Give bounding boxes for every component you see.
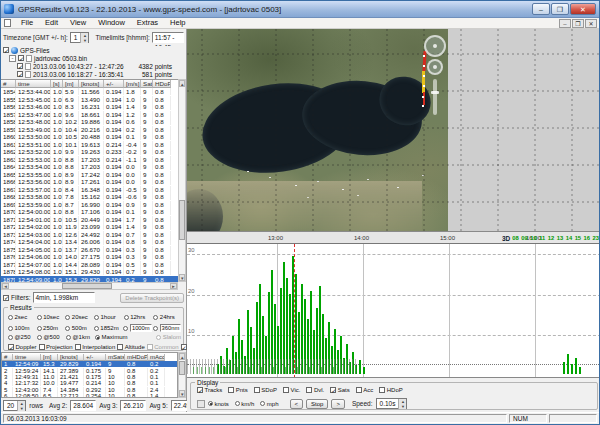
trackpoint-row[interactable]: 186012:53:50.0001.010.520.4880.1940.190.…	[1, 133, 178, 141]
mdi-minimize-button[interactable]: –	[559, 19, 571, 28]
map-zoom-knob[interactable]	[431, 91, 439, 94]
radio-250[interactable]: @250	[8, 334, 37, 340]
scroll-down-icon[interactable]: ▼	[179, 390, 185, 397]
result-row[interactable]: 312:49:3111.021.4210.175100.80.1	[2, 374, 177, 380]
radio-360nm[interactable]: 360nm	[153, 324, 181, 332]
session-checkbox[interactable]	[17, 63, 23, 69]
checkbox-common[interactable]: Common	[147, 344, 179, 350]
menu-item-file[interactable]: File	[15, 18, 39, 28]
tree-file-checkbox[interactable]	[18, 55, 24, 61]
step-back-button[interactable]: <	[290, 399, 304, 409]
hour-11[interactable]: 11	[539, 235, 545, 241]
hour-10[interactable]: 10	[530, 235, 536, 241]
radio-12hrs[interactable]: 12hrs	[124, 314, 154, 320]
trackpoint-row[interactable]: 186312:53:53.0001.08.817.2030.214-1.190.…	[1, 156, 178, 164]
checkbox-projection[interactable]: Projection	[39, 344, 73, 350]
trackpoint-row[interactable]: 185612:53:46.0001.08.316.2310.1941.490.8	[1, 103, 178, 111]
radio-1852m[interactable]: 1852m	[94, 325, 124, 331]
radio-10sec[interactable]: 10sec	[37, 314, 66, 320]
option-input-1000m[interactable]: 1000m	[130, 324, 152, 332]
tree-session-row-2[interactable]: 2013.03.06 16:18:27 - 16:35:41581 points	[1, 70, 178, 78]
trackpoint-row[interactable]: 186712:53:57.0001.08.416.3480.194-0.590.…	[1, 186, 178, 194]
checkbox-interpolation[interactable]: Interpolation	[75, 344, 116, 350]
trackpoint-row[interactable]: 186512:53:55.0001.08.917.2420.1940.090.8	[1, 171, 178, 179]
hour-14[interactable]: 14	[566, 235, 572, 241]
trackpoint-row[interactable]: 186612:53:56.0001.08.917.2610.1940.090.8	[1, 178, 178, 186]
stop-button[interactable]: Stop	[306, 399, 328, 409]
trackpoint-row[interactable]: 187212:54:02.0001.011.923.0990.1941.490.…	[1, 223, 178, 231]
trackpoint-row[interactable]: 186912:53:59.0001.08.716.9900.1940.990.8	[1, 201, 178, 209]
checkbox-acc[interactable]: Acc	[356, 387, 374, 393]
speed-graph[interactable]: 302010	[187, 244, 600, 378]
radio-unit-mph[interactable]: mph	[260, 401, 278, 407]
trackpoint-row[interactable]: 185712:53:47.0001.09.618.6610.1941.290.8	[1, 111, 178, 119]
step-forward-button[interactable]: >	[331, 399, 345, 409]
results-vscroll-thumb[interactable]	[179, 361, 185, 375]
menu-item-help[interactable]: Help	[164, 18, 191, 28]
timezone-spinner[interactable]: 1 ▲▼	[70, 32, 90, 43]
result-row[interactable]: 112:54:0915.329.8290.19490.80.2	[2, 361, 177, 367]
menu-item-edit[interactable]: Edit	[39, 18, 64, 28]
map-zoom-slider[interactable]	[433, 79, 437, 115]
radio-unit-knots[interactable]: knots	[208, 401, 229, 407]
checkbox-pnts[interactable]: Pnts	[228, 387, 248, 393]
trackpoint-row[interactable]: 185812:53:48.0001.010.219.8860.1940.690.…	[1, 118, 178, 126]
radio-slalom[interactable]: Slalom	[156, 334, 181, 340]
trackpoint-row[interactable]: 187412:54:04.0001.013.426.0060.1940.890.…	[1, 238, 178, 246]
3d-toggle[interactable]: 3D	[502, 235, 510, 242]
checkbox-sats[interactable]: Sats	[330, 387, 350, 393]
result-row[interactable]: 612:08:506.512.7130.254100.81.4	[2, 393, 177, 398]
panel-grip[interactable]	[197, 400, 205, 408]
menu-item-extras[interactable]: Extras	[131, 18, 164, 28]
scroll-right-icon[interactable]: ►	[170, 283, 177, 289]
checkbox-doppler[interactable]: Doppler	[8, 344, 37, 350]
rows-spinner-arrows[interactable]: ▲▼	[17, 401, 25, 411]
tree-session-row-1[interactable]: 2013.03.06 10:43:27 - 12:47:264382 point…	[1, 62, 178, 70]
result-row[interactable]: 212:59:2414.127.3890.17590.80.2	[2, 367, 177, 373]
checkbox-hdop[interactable]: HDoP	[379, 387, 403, 393]
map-look-control[interactable]	[424, 35, 446, 57]
trackpoint-row[interactable]: 187812:54:08.0001.015.129.4300.1940.790.…	[1, 268, 178, 276]
hour-13[interactable]: 13	[557, 235, 563, 241]
maximize-button[interactable]: ❐	[551, 3, 569, 15]
trackpoint-row[interactable]: 186412:53:54.0001.08.817.2030.1940.090.8	[1, 163, 178, 171]
map-pan-control[interactable]	[427, 59, 443, 75]
scroll-up-icon[interactable]: ▲	[179, 80, 185, 87]
checkbox-sdop[interactable]: SDoP	[254, 387, 277, 393]
radio-2sec[interactable]: 2sec	[8, 314, 37, 320]
close-button[interactable]: ✕	[570, 3, 596, 15]
trackpoint-row[interactable]: 187312:54:03.0001.012.624.4920.1940.790.…	[1, 231, 178, 239]
delete-trackpoints-button[interactable]: Delete Trackpoint(s)	[120, 293, 184, 303]
checkbox-vic[interactable]: Vic.	[283, 387, 300, 393]
scroll-down-icon[interactable]: ▼	[179, 274, 185, 281]
filters-input[interactable]: 4min, 1.998km	[33, 292, 95, 303]
hour-16[interactable]: 16	[584, 235, 590, 241]
track-table-vscrollbar[interactable]: ▲ ▼	[178, 79, 186, 282]
results-table-vscrollbar[interactable]: ▲ ▼	[178, 352, 186, 398]
radio-500m[interactable]: 500m	[65, 325, 94, 331]
trackpoint-table-header[interactable]: #time[s][m][knots]+/-[m/s]SatsHDoP	[1, 80, 178, 88]
trackpoint-row[interactable]: 186812:53:58.0001.07.815.1620.194-0.690.…	[1, 193, 178, 201]
track-hscroll-thumb[interactable]	[62, 283, 112, 289]
scroll-up-icon[interactable]: ▲	[179, 353, 185, 360]
satellite-map-view[interactable]	[187, 29, 600, 231]
result-row[interactable]: 512:43:007.414.3840.292100.82.4	[2, 387, 177, 393]
trackpoint-row[interactable]: 186112:53:51.0001.010.119.6130.214-0.490…	[1, 141, 178, 149]
option-input-360nm[interactable]: 360nm	[160, 324, 182, 332]
hour-23[interactable]: 23	[593, 235, 599, 241]
hour-15[interactable]: 15	[575, 235, 581, 241]
radio-unit-kmh[interactable]: km/h	[235, 401, 255, 407]
trackpoint-row[interactable]: 187712:54:07.0001.014.428.0890.1940.590.…	[1, 261, 178, 269]
trackpoint-row[interactable]: 186212:53:52.0001.09.919.2630.233-0.290.…	[1, 148, 178, 156]
checkbox-altitude[interactable]: Altitude	[117, 344, 145, 350]
hour-12[interactable]: 12	[548, 235, 554, 241]
radio-250m[interactable]: 250m	[37, 325, 66, 331]
radio-1km[interactable]: @1km	[66, 334, 95, 340]
hour-09[interactable]: 09	[521, 235, 527, 241]
hour-08[interactable]: 08	[512, 235, 518, 241]
timezone-spinner-arrows[interactable]: ▲▼	[80, 33, 88, 43]
minimize-button[interactable]: –	[532, 3, 550, 15]
track-vscroll-thumb[interactable]	[179, 200, 185, 240]
radio-1hour[interactable]: 1hour	[94, 314, 124, 320]
radio-500[interactable]: @500	[37, 334, 66, 340]
